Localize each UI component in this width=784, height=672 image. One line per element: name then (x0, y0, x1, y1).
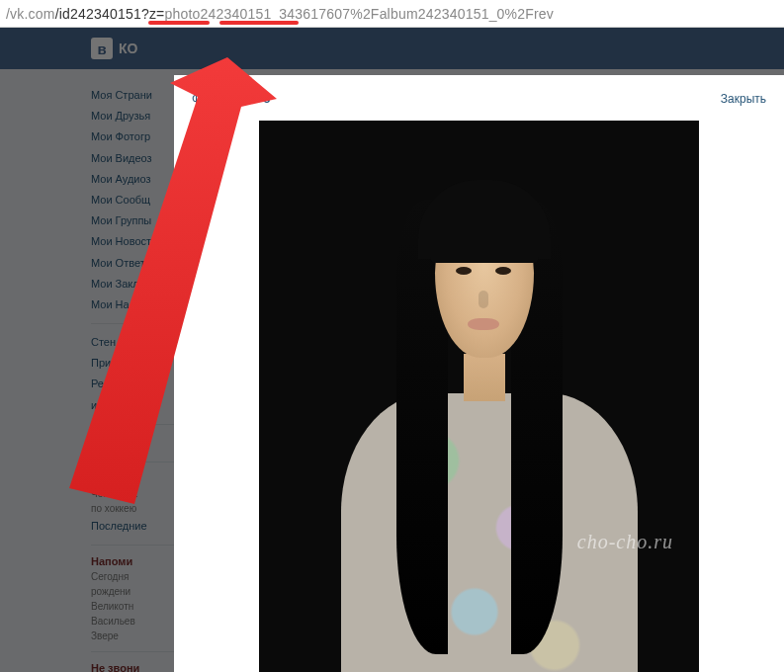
browser-url-bar[interactable]: /vk.com/id242340151?z=photo242340151_343… (0, 0, 784, 28)
close-button[interactable]: Закрыть (721, 92, 766, 106)
portrait-illustration (391, 160, 568, 397)
annotation-underline (148, 21, 210, 25)
watermark: cho-cho.ru (577, 531, 673, 553)
annotation-arrow-icon (59, 57, 277, 512)
page-stage: в КО Моя Страни Мои Друзья Мои Фотогр Мо… (0, 28, 784, 672)
photo-viewer-header: Ф 1 из 8 Закрыть (192, 87, 766, 111)
url-text: /vk.com/id242340151?z=photo242340151_343… (6, 6, 554, 22)
svg-marker-0 (69, 57, 277, 504)
photo[interactable]: cho-cho.ru (259, 121, 699, 672)
photo-wrap: cho-cho.ru (192, 121, 766, 672)
annotation-underline (219, 21, 299, 25)
